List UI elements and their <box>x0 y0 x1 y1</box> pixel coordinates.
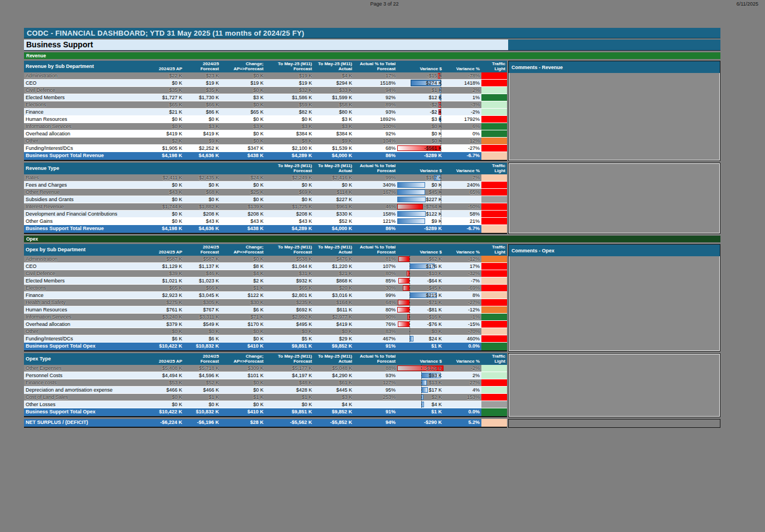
value-cell[interactable]: $466 K <box>138 387 184 394</box>
value-cell[interactable]: 1418% <box>444 80 481 87</box>
value-cell[interactable]: 4% <box>444 387 481 394</box>
value-cell[interactable]: $28 K <box>221 419 265 427</box>
variance-cell[interactable]: $0 K <box>397 328 444 335</box>
value-cell[interactable]: $71 K <box>221 314 265 321</box>
value-cell[interactable]: $1 K <box>221 285 265 292</box>
value-cell[interactable]: $932 K <box>265 277 314 285</box>
traffic-light-cell[interactable] <box>481 277 507 285</box>
value-cell[interactable]: $3 K <box>221 94 265 101</box>
value-cell[interactable]: $10,832 K <box>184 408 221 416</box>
value-cell[interactable]: $235 K <box>265 299 314 306</box>
value-cell[interactable]: 89% <box>354 101 397 109</box>
value-cell[interactable]: $5,177 K <box>265 365 314 372</box>
variance-cell[interactable]: -$289 K <box>397 152 444 160</box>
row-label-cell[interactable]: Human Resources <box>24 306 138 314</box>
value-cell[interactable]: 460% <box>444 335 481 343</box>
traffic-light-cell[interactable] <box>481 130 507 138</box>
value-cell[interactable]: $0 K <box>314 328 354 335</box>
value-cell[interactable]: 12% <box>444 138 481 145</box>
comments-box[interactable] <box>509 354 720 417</box>
value-cell[interactable]: $59 K <box>265 101 314 109</box>
value-cell[interactable]: -6.7% <box>444 152 481 160</box>
traffic-light-cell[interactable] <box>481 138 507 145</box>
value-cell[interactable]: $4 K <box>314 72 354 80</box>
value-cell[interactable]: 467% <box>354 335 397 343</box>
value-cell[interactable]: $1,021 K <box>138 277 184 285</box>
traffic-light-cell[interactable] <box>481 256 507 263</box>
value-cell[interactable]: $5 K <box>265 335 314 343</box>
traffic-light-cell[interactable] <box>481 408 507 416</box>
row-label-cell[interactable]: Overhead allocation <box>24 321 138 328</box>
value-cell[interactable]: $0 K <box>184 401 221 408</box>
value-cell[interactable]: $1,725 K <box>265 203 314 211</box>
value-cell[interactable]: 104% <box>354 138 397 145</box>
value-cell[interactable]: $0 K <box>138 182 184 189</box>
row-label-cell[interactable]: Interest Revenue <box>24 203 138 211</box>
value-cell[interactable]: $80 K <box>314 109 354 116</box>
value-cell[interactable]: 92% <box>354 130 397 138</box>
traffic-light-cell[interactable] <box>481 123 507 130</box>
value-cell[interactable]: 107% <box>354 263 397 270</box>
traffic-light-cell[interactable] <box>481 314 507 321</box>
row-label-cell[interactable]: Elected Members <box>24 277 138 285</box>
row-label-cell[interactable]: Elections <box>24 101 138 109</box>
value-cell[interactable]: $3,311 K <box>184 314 221 321</box>
variance-cell[interactable]: $0 K <box>397 130 444 138</box>
value-cell[interactable]: $10,422 K <box>138 408 184 416</box>
traffic-light-cell[interactable] <box>481 87 507 94</box>
value-cell[interactable]: $0 K <box>221 72 265 80</box>
value-cell[interactable]: $5,718 K <box>184 365 221 372</box>
value-cell[interactable]: $68 K <box>184 189 221 196</box>
value-cell[interactable]: $1,599 K <box>314 94 354 101</box>
value-cell[interactable]: 65% <box>444 189 481 196</box>
value-cell[interactable]: 1892% <box>354 116 397 123</box>
value-cell[interactable]: $0 K <box>221 328 265 335</box>
value-cell[interactable]: $4,000 K <box>314 152 354 160</box>
value-cell[interactable]: -50% <box>444 203 481 211</box>
value-cell[interactable]: $65 K <box>138 285 184 292</box>
value-cell[interactable]: -$5,852 K <box>314 419 354 427</box>
value-cell[interactable]: $43 K <box>221 218 265 225</box>
variance-cell[interactable]: $9 K <box>397 218 444 225</box>
traffic-light-cell[interactable] <box>481 419 507 427</box>
variance-cell[interactable]: $93 K <box>397 372 444 379</box>
value-cell[interactable]: -$6,196 K <box>184 419 221 427</box>
value-cell[interactable]: -12% <box>444 306 481 314</box>
value-cell[interactable]: -7% <box>444 277 481 285</box>
value-cell[interactable]: 86% <box>354 225 397 233</box>
value-cell[interactable]: 80% <box>354 270 397 277</box>
value-cell[interactable]: $1 K <box>221 394 265 401</box>
value-cell[interactable]: 30% <box>354 285 397 292</box>
traffic-light-cell[interactable] <box>481 203 507 211</box>
row-label-cell[interactable]: Elections <box>24 285 138 292</box>
value-cell[interactable]: -3% <box>444 101 481 109</box>
traffic-light-cell[interactable] <box>481 116 507 123</box>
value-cell[interactable]: 27% <box>444 379 481 387</box>
row-label-cell[interactable]: Other Losses <box>24 401 138 408</box>
value-cell[interactable]: $0 K <box>221 130 265 138</box>
value-cell[interactable]: $122 K <box>221 292 265 299</box>
value-cell[interactable]: $46 K <box>184 270 221 277</box>
value-cell[interactable]: $294 K <box>314 80 354 87</box>
value-cell[interactable]: $445 K <box>314 387 354 394</box>
row-label-cell[interactable]: Health and Safety <box>24 299 138 306</box>
value-cell[interactable]: $1,539 K <box>314 145 354 152</box>
value-cell[interactable]: $961 K <box>314 203 354 211</box>
value-cell[interactable]: $384 K <box>265 130 314 138</box>
value-cell[interactable]: $0 K <box>265 116 314 123</box>
value-cell[interactable]: $82 K <box>265 109 314 116</box>
value-cell[interactable]: $0 K <box>221 401 265 408</box>
row-label-cell[interactable]: Finance <box>24 109 138 116</box>
value-cell[interactable]: $0 K <box>221 387 265 394</box>
value-cell[interactable]: -2% <box>444 109 481 116</box>
value-cell[interactable]: $66 K <box>184 285 221 292</box>
traffic-light-cell[interactable] <box>481 152 507 160</box>
value-cell[interactable]: $0 K <box>138 394 184 401</box>
variance-cell[interactable]: -$2 K <box>397 109 444 116</box>
value-cell[interactable]: 8% <box>444 292 481 299</box>
value-cell[interactable]: -27% <box>444 145 481 152</box>
variance-cell[interactable]: -$16 K <box>397 314 444 321</box>
value-cell[interactable]: $2,252 K <box>184 145 221 152</box>
value-cell[interactable]: $2,992 K <box>265 314 314 321</box>
value-cell[interactable]: 121% <box>354 218 397 225</box>
